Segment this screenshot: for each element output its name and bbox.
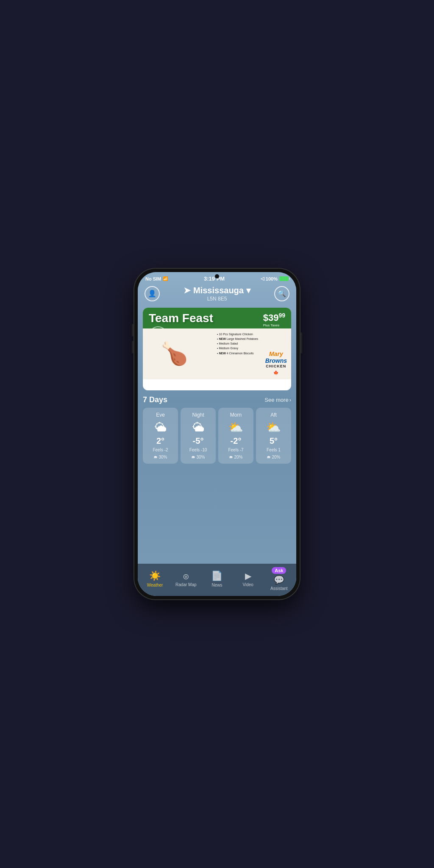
feels-night: Feels -10 [183, 448, 213, 452]
weather-section: 7 Days See more › Eve 🌥 2° Feels -2 🌧 30… [138, 395, 296, 564]
video-nav-label: Video [242, 582, 253, 587]
battery-label: 100% [266, 276, 278, 281]
wifi-icon: 📶 [163, 276, 168, 281]
phone-frame: No SIM 📶 3:19 PM ◁ 100% 👤 ➤ Mississauga … [134, 269, 300, 599]
weather-header: 7 Days See more › [143, 395, 291, 404]
ad-banner[interactable]: NEW Team Feast $3999 Plus Taxes 🍗 • 10 P… [143, 308, 291, 390]
period-morn: Morn [221, 412, 251, 418]
video-nav-icon: ▶ [245, 571, 251, 581]
nav-item-weather[interactable]: ☀️ Weather [143, 570, 167, 587]
phone-screen: No SIM 📶 3:19 PM ◁ 100% 👤 ➤ Mississauga … [138, 272, 296, 596]
feels-eve: Feels -2 [145, 448, 175, 452]
nav-item-video[interactable]: ▶ Video [236, 571, 260, 587]
ad-price: $3999 Plus Taxes [263, 312, 285, 327]
weather-section-title: 7 Days [143, 395, 167, 404]
dropdown-arrow-icon: ▾ [246, 285, 250, 295]
front-camera [215, 274, 219, 278]
weather-card-aft: Aft ⛅ 5° Feels 1 🌧 20% [256, 408, 291, 464]
nav-item-news[interactable]: 📄 News [205, 570, 229, 587]
search-icon: 🔍 [278, 289, 286, 298]
precip-eve: 🌧 30% [145, 455, 175, 459]
battery-icon [279, 276, 289, 281]
weather-icon-morn: ⛅ [221, 420, 251, 434]
location-arrow-icon: ◁ [261, 276, 264, 281]
profile-button[interactable]: 👤 [145, 286, 160, 301]
ad-body: 🍗 • 10 Pcs Signature Chicken • NEW Large… [143, 328, 291, 379]
assistant-nav-label: Assistant [270, 586, 288, 591]
ad-food-image: 🍗 [143, 328, 214, 379]
ad-brand-logo: Mary Browns CHICKEN 🍁 [265, 351, 287, 376]
status-time: 3:19 PM [204, 275, 225, 282]
weather-cards: Eve 🌥 2° Feels -2 🌧 30% Night 🌥 -5° Feel… [143, 408, 291, 464]
ad-price-note: Plus Taxes [263, 323, 285, 327]
precip-icon-night: 🌧 [191, 455, 195, 459]
precip-morn: 🌧 20% [221, 455, 251, 459]
power-button[interactable] [300, 332, 302, 353]
nav-item-assistant[interactable]: Ask 💬 Assistant [267, 567, 291, 591]
volume-down-button[interactable] [132, 341, 134, 353]
weather-nav-label: Weather [147, 583, 163, 587]
volume-up-button[interactable] [132, 324, 134, 337]
radar-nav-icon: ◎ [184, 571, 189, 581]
period-eve: Eve [145, 412, 175, 418]
see-more-button[interactable]: See more › [264, 397, 291, 403]
location-row[interactable]: ➤ Mississauga ▾ [184, 285, 250, 295]
precip-icon-eve: 🌧 [153, 455, 158, 459]
status-left: No SIM 📶 [145, 276, 168, 281]
period-night: Night [183, 412, 213, 418]
temp-morn: -2° [221, 436, 251, 446]
city-name: Mississauga [193, 286, 244, 295]
ad-top: NEW Team Feast $3999 Plus Taxes [143, 308, 291, 328]
weather-nav-icon: ☀️ [149, 570, 161, 581]
precip-aft: 🌧 20% [259, 455, 289, 459]
weather-card-night: Night 🌥 -5° Feels -10 🌧 30% [181, 408, 216, 464]
profile-icon: 👤 [148, 289, 156, 298]
carrier-label: No SIM [145, 276, 161, 281]
radar-nav-label: Radar Map [175, 582, 196, 587]
feels-morn: Feels -7 [221, 448, 251, 452]
temp-night: -5° [183, 436, 213, 446]
app-header: 👤 ➤ Mississauga ▾ L5N 8E5 🔍 [138, 284, 296, 305]
location-arrow-icon: ➤ [184, 285, 191, 295]
precip-icon-morn: 🌧 [229, 455, 233, 459]
feels-aft: Feels 1 [259, 448, 289, 452]
location-display: ➤ Mississauga ▾ L5N 8E5 [184, 285, 250, 302]
precip-night: 🌧 30% [183, 455, 213, 459]
nav-item-radar[interactable]: ◎ Radar Map [174, 571, 198, 587]
status-right: ◁ 100% [261, 276, 289, 281]
weather-card-morn: Morn ⛅ -2° Feels -7 🌧 20% [218, 408, 253, 464]
weather-card-eve: Eve 🌥 2° Feels -2 🌧 30% [143, 408, 178, 464]
temp-aft: 5° [259, 436, 289, 446]
news-nav-icon: 📄 [211, 570, 223, 581]
weather-icon-night: 🌥 [183, 420, 213, 434]
bottom-navigation: ☀️ Weather ◎ Radar Map 📄 News ▶ Video As… [138, 564, 296, 596]
weather-icon-eve: 🌥 [145, 420, 175, 434]
assistant-nav-icon: 💬 [274, 575, 284, 585]
weather-icon-aft: ⛅ [259, 420, 289, 434]
news-nav-label: News [211, 583, 222, 587]
temp-eve: 2° [145, 436, 175, 446]
ask-badge: Ask [272, 567, 286, 574]
period-aft: Aft [259, 412, 289, 418]
search-button[interactable]: 🔍 [274, 286, 289, 301]
postal-code: L5N 8E5 [184, 296, 250, 302]
precip-icon-aft: 🌧 [267, 455, 271, 459]
